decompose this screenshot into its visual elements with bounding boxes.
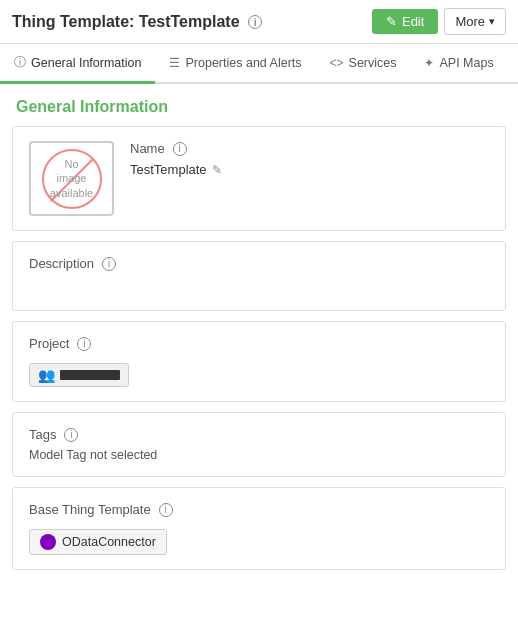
description-card: Description i (12, 241, 506, 311)
name-card: Noimageavailable Name i TestTemplate ✎ (12, 126, 506, 231)
more-button[interactable]: More (444, 8, 506, 35)
name-value: TestTemplate ✎ (130, 162, 489, 177)
tab-properties[interactable]: ☰ Properties and Alerts (155, 44, 315, 84)
page-title: Thing Template: TestTemplate i (12, 13, 372, 31)
title-name: TestTemplate (139, 13, 240, 30)
description-info-icon[interactable]: i (102, 257, 116, 271)
tags-value: Model Tag not selected (29, 448, 489, 462)
tab-api-label: API Maps (439, 56, 493, 70)
tab-services-label: Services (349, 56, 397, 70)
description-label: Description i (29, 256, 489, 271)
tab-properties-label: Properties and Alerts (185, 56, 301, 70)
title-info-icon[interactable]: i (248, 15, 262, 29)
main-content: General Information Noimageavailable Nam… (0, 84, 518, 570)
tab-bar: ⓘ General Information ☰ Properties and A… (0, 44, 518, 84)
base-thing-info-icon[interactable]: i (159, 503, 173, 517)
no-image-text: Noimageavailable (50, 157, 93, 200)
base-thing-value: ODataConnector (62, 535, 156, 549)
project-card: Project i 👥 (12, 321, 506, 402)
tags-info-icon[interactable]: i (64, 428, 78, 442)
project-icon: 👥 (38, 367, 55, 383)
tab-general-label: General Information (31, 56, 141, 70)
name-edit-icon[interactable]: ✎ (212, 163, 222, 177)
properties-tab-icon: ☰ (169, 56, 180, 70)
base-thing-badge[interactable]: ODataConnector (29, 529, 167, 555)
edit-button[interactable]: Edit (372, 9, 438, 34)
name-info-icon[interactable]: i (173, 142, 187, 156)
services-tab-icon: <> (330, 56, 344, 70)
project-badge[interactable]: 👥 (29, 363, 129, 387)
name-row: Noimageavailable Name i TestTemplate ✎ (29, 141, 489, 216)
name-section: Name i TestTemplate ✎ (130, 141, 489, 177)
api-tab-icon: ✦ (424, 56, 434, 70)
base-thing-card: Base Thing Template i ODataConnector (12, 487, 506, 570)
tab-api[interactable]: ✦ API Maps (410, 44, 507, 84)
general-tab-icon: ⓘ (14, 54, 26, 71)
project-info-icon[interactable]: i (77, 337, 91, 351)
base-thing-label: Base Thing Template i (29, 502, 489, 517)
tags-card: Tags i Model Tag not selected (12, 412, 506, 477)
tab-general[interactable]: ⓘ General Information (0, 44, 155, 84)
project-text (60, 370, 120, 380)
project-label: Project i (29, 336, 489, 351)
page-header: Thing Template: TestTemplate i Edit More (0, 0, 518, 44)
tab-services[interactable]: <> Services (316, 44, 411, 84)
odata-icon (40, 534, 56, 550)
name-label: Name i (130, 141, 489, 156)
title-prefix: Thing Template: (12, 13, 139, 30)
tags-label: Tags i (29, 427, 489, 442)
no-image-box: Noimageavailable (29, 141, 114, 216)
section-title: General Information (0, 84, 518, 126)
